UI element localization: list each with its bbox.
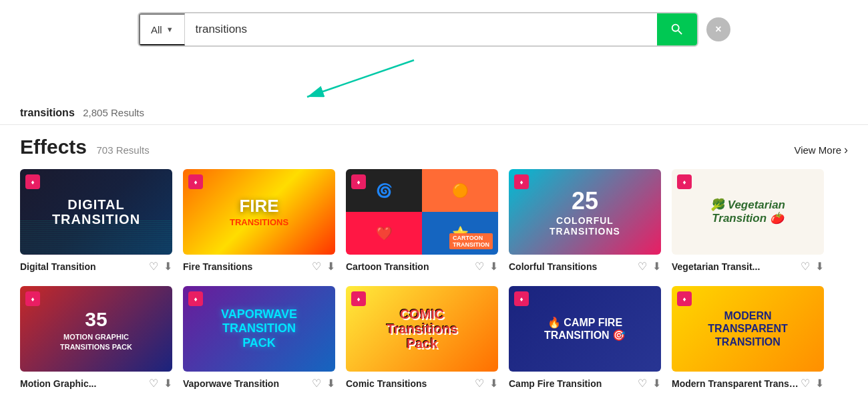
section-title: Effects — [20, 136, 87, 158]
list-item[interactable]: ♦ VAPORWAVETRANSITIONPACK Vaporwave Tran… — [183, 286, 335, 390]
thumb-text-vegetarian: 🥦 VegetarianTransition 🍅 — [710, 198, 785, 226]
list-item[interactable]: ♦ 35 MOTION GRAPHICTRANSITIONS PACK Moti… — [20, 286, 172, 390]
thumbnail-vegetarian: ♦ 🥦 VegetarianTransition 🍅 — [672, 169, 824, 255]
download-icon[interactable]: ⬇ — [164, 377, 172, 390]
like-icon[interactable]: ♡ — [801, 260, 810, 273]
item-actions: ♡ ⬇ — [149, 377, 172, 390]
list-item[interactable]: ♦ 🌀 🟠 ❤️ ⭐ CARTOONTRANSITION Cartoon Tra… — [346, 169, 498, 273]
effects-row-1: ♦ DIGITALTRANSITION Digital Transition ♡… — [0, 169, 868, 286]
item-footer: Comic Transitions ♡ ⬇ — [346, 377, 498, 390]
section-title-group: Effects 703 Results — [20, 136, 150, 158]
download-icon[interactable]: ⬇ — [815, 260, 824, 273]
category-dropdown[interactable]: All ▼ — [139, 13, 185, 45]
thumb-num: 25 — [550, 187, 620, 215]
badge-cartoon: ♦ — [351, 174, 366, 189]
thumb-bg-colorful: 25 COLORFULTRANSITIONS — [509, 169, 661, 255]
download-icon[interactable]: ⬇ — [327, 377, 335, 390]
item-actions: ♡ ⬇ — [312, 377, 335, 390]
thumbnail-motion: ♦ 35 MOTION GRAPHICTRANSITIONS PACK — [20, 286, 172, 372]
cell2: 🟠 — [422, 169, 498, 212]
item-title: Digital Transition — [20, 261, 149, 272]
thumb-text-comic: COMICTransitionsPack — [387, 307, 458, 351]
thumbnail-digital: ♦ DIGITALTRANSITION — [20, 169, 172, 255]
divider — [0, 124, 868, 125]
badge-vegetarian: ♦ — [677, 174, 692, 189]
item-footer: Colorful Transitions ♡ ⬇ — [509, 260, 661, 273]
like-icon[interactable]: ♡ — [638, 260, 647, 273]
thumbnail-campfire: ♦ 🔥 CAMP FIRETRANSITION 🎯 — [509, 286, 661, 372]
svg-line-1 — [307, 60, 414, 97]
like-icon[interactable]: ♡ — [312, 260, 321, 273]
item-actions: ♡ ⬇ — [312, 260, 335, 273]
thumb-inner: FIRE TRANSITIONS — [230, 197, 288, 227]
item-title: Fire Transitions — [183, 261, 312, 272]
badge-campfire: ♦ — [514, 291, 529, 306]
like-icon[interactable]: ♡ — [149, 260, 158, 273]
thumb-text-modern: MODERNTRANSPARENTTRANSITION — [708, 309, 788, 348]
thumb-bg-motion: 35 MOTION GRAPHICTRANSITIONS PACK — [20, 286, 172, 372]
cell3: ❤️ — [346, 212, 422, 255]
list-item[interactable]: ♦ 🥦 VegetarianTransition 🍅 Vegetarian Tr… — [672, 169, 824, 273]
thumbnail-fire: ♦ FIRE TRANSITIONS — [183, 169, 335, 255]
effects-section-header: Effects 703 Results View More › — [0, 136, 868, 169]
item-actions: ♡ ⬇ — [638, 377, 661, 390]
item-footer: Cartoon Transition ♡ ⬇ — [346, 260, 498, 273]
download-icon[interactable]: ⬇ — [164, 260, 172, 273]
section-count: 703 Results — [97, 144, 150, 156]
badge-vaporwave: ♦ — [188, 291, 203, 306]
thumb-bg-fire: FIRE TRANSITIONS — [183, 169, 335, 255]
badge-colorful: ♦ — [514, 174, 529, 189]
download-icon[interactable]: ⬇ — [489, 260, 498, 273]
effects-row-2: ♦ 35 MOTION GRAPHICTRANSITIONS PACK Moti… — [0, 286, 868, 401]
item-title: Cartoon Transition — [346, 261, 475, 272]
like-icon[interactable]: ♡ — [312, 377, 321, 390]
item-actions: ♡ ⬇ — [638, 260, 661, 273]
thumbnail-colorful: ♦ 25 COLORFULTRANSITIONS — [509, 169, 661, 255]
cartoon-label: CARTOONTRANSITION — [449, 233, 493, 249]
like-icon[interactable]: ♡ — [475, 260, 484, 273]
item-actions: ♡ ⬇ — [801, 260, 824, 273]
like-icon[interactable]: ♡ — [801, 377, 810, 390]
results-header: transitions 2,805 Results — [0, 107, 868, 124]
item-title: Vaporwave Transition — [183, 378, 312, 389]
list-item[interactable]: ♦ 🔥 CAMP FIRETRANSITION 🎯 Camp Fire Tran… — [509, 286, 661, 390]
item-footer: Vaporwave Transition ♡ ⬇ — [183, 377, 335, 390]
thumbnail-modern: ♦ MODERNTRANSPARENTTRANSITION — [672, 286, 824, 372]
thumb-subtext-fire: TRANSITIONS — [230, 217, 288, 227]
like-icon[interactable]: ♡ — [638, 377, 647, 390]
view-more-link[interactable]: View More › — [794, 143, 848, 157]
list-item[interactable]: ♦ FIRE TRANSITIONS Fire Transitions ♡ ⬇ — [183, 169, 335, 273]
like-icon[interactable]: ♡ — [149, 377, 158, 390]
item-title: Comic Transitions — [346, 378, 475, 389]
results-count: 2,805 Results — [83, 107, 144, 118]
arrow-annotation — [0, 53, 868, 107]
category-label: All — [151, 24, 162, 35]
close-button[interactable]: × — [706, 17, 730, 41]
download-icon[interactable]: ⬇ — [652, 377, 661, 390]
download-icon[interactable]: ⬇ — [815, 377, 824, 390]
badge-modern: ♦ — [677, 291, 692, 306]
badge-comic: ♦ — [351, 291, 366, 306]
thumb-bg-modern: MODERNTRANSPARENTTRANSITION — [672, 286, 824, 372]
download-icon[interactable]: ⬇ — [652, 260, 661, 273]
item-actions: ♡ ⬇ — [475, 377, 498, 390]
search-input[interactable] — [185, 13, 657, 45]
download-icon[interactable]: ⬇ — [327, 260, 335, 273]
list-item[interactable]: ♦ 25 COLORFULTRANSITIONS Colorful Transi… — [509, 169, 661, 273]
thumb-bg-vegetarian: 🥦 VegetarianTransition 🍅 — [672, 169, 824, 255]
thumb-bg-comic: COMICTransitionsPack — [346, 286, 498, 372]
badge-fire: ♦ — [188, 174, 203, 189]
like-icon[interactable]: ♡ — [475, 377, 484, 390]
thumbnail-vaporwave: ♦ VAPORWAVETRANSITIONPACK — [183, 286, 335, 372]
search-button[interactable] — [657, 13, 697, 45]
list-item[interactable]: ♦ COMICTransitionsPack Comic Transitions… — [346, 286, 498, 390]
badge-motion: ♦ — [25, 291, 40, 306]
chevron-right-icon: › — [844, 143, 848, 157]
search-container: All ▼ — [138, 12, 698, 47]
item-footer: Vegetarian Transit... ♡ ⬇ — [672, 260, 824, 273]
thumbnail-cartoon: ♦ 🌀 🟠 ❤️ ⭐ CARTOONTRANSITION — [346, 169, 498, 255]
list-item[interactable]: ♦ MODERNTRANSPARENTTRANSITION Modern Tra… — [672, 286, 824, 390]
download-icon[interactable]: ⬇ — [489, 377, 498, 390]
item-footer: Modern Transparent Transition ♡ ⬇ — [672, 377, 824, 390]
list-item[interactable]: ♦ DIGITALTRANSITION Digital Transition ♡… — [20, 169, 172, 273]
